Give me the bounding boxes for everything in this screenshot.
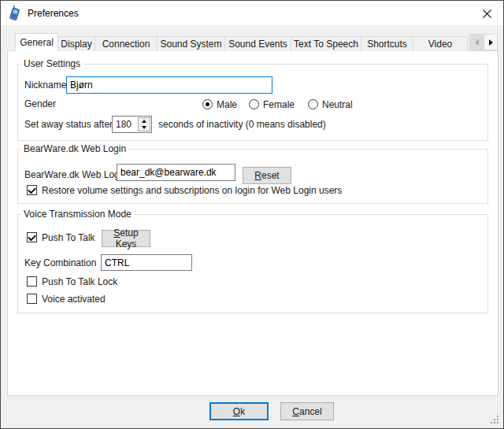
tab-scroll-left-icon	[475, 39, 479, 46]
tab-general[interactable]: General	[15, 33, 58, 51]
voice-activated-checkbox[interactable]	[27, 294, 37, 304]
push-to-talk-checkbox[interactable]	[27, 232, 37, 242]
user-settings-group-title: User Settings	[20, 58, 83, 69]
restore-volume-checkbox-label[interactable]: Restore volume settings and subscription…	[42, 185, 342, 196]
nickname-input[interactable]	[66, 76, 272, 94]
tab-shortcuts[interactable]: Shortcuts	[361, 36, 413, 51]
tab-bar: General Display Connection Sound System …	[16, 32, 468, 51]
reset-button[interactable]: Reset	[243, 167, 291, 184]
voice-transmission-group-title: Voice Transmission Mode	[20, 209, 135, 220]
resize-grip[interactable]	[491, 416, 499, 424]
close-button[interactable]	[476, 4, 497, 23]
away-seconds-value: 180	[116, 119, 132, 130]
close-icon	[483, 9, 491, 18]
key-combination-label: Key Combination	[24, 257, 96, 268]
tab-scroll-right-button[interactable]	[484, 34, 498, 50]
gender-radio-male[interactable]	[202, 99, 213, 109]
gender-radio-female[interactable]	[249, 99, 259, 109]
web-login-group-title: BearWare.dk Web Login	[20, 143, 129, 154]
preferences-dialog: Preferences General Display Connection S…	[0, 0, 504, 429]
tab-connection[interactable]: Connection	[94, 36, 158, 51]
away-status-suffix-label: seconds of inactivity (0 means disabled)	[158, 119, 326, 130]
spinner-up-button[interactable]	[139, 118, 150, 124]
tab-scroll-right-icon	[489, 39, 493, 46]
push-to-talk-lock-checkbox-label[interactable]: Push To Talk Lock	[42, 276, 117, 287]
nickname-label: Nickname	[24, 80, 66, 91]
gender-radio-neutral[interactable]	[308, 99, 318, 109]
tab-sound-events[interactable]: Sound Events	[224, 36, 291, 51]
tab-display[interactable]: Display	[57, 36, 95, 51]
spinner-down-icon	[142, 126, 146, 129]
key-combination-input[interactable]	[101, 254, 192, 271]
restore-volume-checkbox[interactable]	[27, 185, 37, 195]
tab-text-to-speech[interactable]: Text To Speech	[291, 36, 361, 51]
gender-label: Gender	[24, 98, 56, 109]
ok-button[interactable]: Ok	[209, 402, 269, 420]
setup-keys-button[interactable]: Setup Keys	[102, 230, 150, 247]
app-icon	[8, 6, 21, 20]
away-status-label: Set away status after	[24, 119, 113, 130]
voice-activated-checkbox-label[interactable]: Voice activated	[42, 294, 106, 305]
title-bar[interactable]: Preferences	[1, 1, 503, 25]
window-title: Preferences	[28, 8, 79, 19]
push-to-talk-checkbox-label[interactable]: Push To Talk	[42, 232, 95, 243]
tab-video[interactable]: Video	[413, 36, 468, 51]
cancel-button[interactable]: Cancel	[280, 402, 334, 420]
gender-radio-neutral-label[interactable]: Neutral	[322, 99, 353, 110]
push-to-talk-lock-checkbox[interactable]	[27, 276, 37, 287]
away-seconds-spinner[interactable]: 180	[112, 116, 152, 133]
spinner-buttons	[138, 117, 150, 131]
gender-radio-male-label[interactable]: Male	[217, 99, 237, 110]
spinner-up-icon	[142, 120, 146, 123]
tab-scroll-left-button[interactable]	[469, 34, 484, 50]
gender-radio-female-label[interactable]: Female	[263, 99, 295, 110]
web-login-id-input[interactable]	[117, 164, 235, 181]
spinner-down-button[interactable]	[139, 124, 150, 131]
tab-sound-system[interactable]: Sound System	[157, 36, 225, 51]
